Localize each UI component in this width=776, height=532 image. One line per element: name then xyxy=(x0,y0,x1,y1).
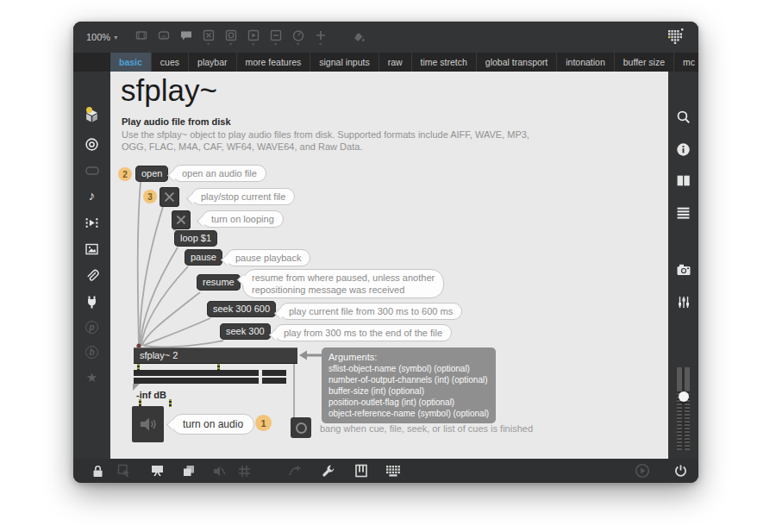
snapshot-camera-icon[interactable] xyxy=(668,263,698,277)
speaker-icon xyxy=(138,415,159,434)
b-badge-icon[interactable]: b xyxy=(73,346,110,359)
bang-circle-icon xyxy=(296,422,307,434)
comment-icon[interactable] xyxy=(178,27,193,47)
zoom-level-value: 100% xyxy=(86,32,110,42)
image-icon[interactable] xyxy=(73,242,110,256)
dial-icon[interactable]: ▾ xyxy=(291,27,305,47)
max-help-window: 100% ▾ m ▾ ▾ xyxy=(73,22,698,483)
arguments-panel: Arguments: sflist-object-name (symbol) (… xyxy=(322,347,496,423)
piano-keys-icon[interactable] xyxy=(354,464,369,478)
pause-message-box[interactable]: pause xyxy=(185,249,222,266)
open-comment-bubble: open an audio file xyxy=(172,165,266,182)
svg-text:m: m xyxy=(161,33,166,38)
layers-icon[interactable] xyxy=(181,464,197,478)
left-sidebar: ♪ p b ★ xyxy=(73,72,110,459)
number-box-icon[interactable]: ▾ xyxy=(268,27,283,47)
paint-bucket-icon[interactable] xyxy=(351,27,366,47)
wrench-icon[interactable] xyxy=(321,464,336,478)
tab-time-stretch[interactable]: time stretch xyxy=(412,53,477,72)
volume-knob[interactable] xyxy=(679,391,689,402)
button-outline-icon[interactable] xyxy=(73,164,110,178)
tab-basic[interactable]: basic xyxy=(110,53,152,72)
signal-cord xyxy=(169,399,172,407)
seek-message-box[interactable]: seek 300 xyxy=(220,323,271,340)
audio-mute-icon[interactable] xyxy=(211,465,227,478)
step-badge-1: 1 xyxy=(255,415,272,431)
reference-columns-icon[interactable] xyxy=(668,174,698,187)
add-object-icon[interactable]: ▾ xyxy=(313,27,328,47)
seek-range-message-box[interactable]: seek 300 600 xyxy=(207,301,276,317)
paperclip-icon[interactable] xyxy=(73,269,110,284)
audio-note-icon[interactable]: ♪ xyxy=(73,189,110,203)
notification-dot xyxy=(86,107,92,113)
audio-comment-bubble: turn on audio xyxy=(172,414,254,435)
seek-range-comment-bubble: play current file from 300 ms to 600 ms xyxy=(279,303,462,320)
info-icon[interactable] xyxy=(668,142,698,157)
play-comment-bubble: play/stop current file xyxy=(191,188,295,205)
search-icon[interactable] xyxy=(668,110,698,124)
grid-icon[interactable] xyxy=(236,465,252,478)
help-tab-bar: basic cues playbar more features signal … xyxy=(73,53,698,72)
play-toggle[interactable] xyxy=(160,187,179,207)
chevron-down-icon: ▾ xyxy=(114,34,117,41)
list-icon[interactable] xyxy=(668,206,698,219)
patchcord-add-icon[interactable] xyxy=(286,464,302,478)
target-icon[interactable] xyxy=(73,137,110,152)
mixer-filters-icon[interactable] xyxy=(668,295,698,310)
loop-message-box[interactable]: loop $1 xyxy=(174,230,217,247)
tab-playbar[interactable]: playbar xyxy=(189,53,236,72)
gain-slider-left[interactable] xyxy=(134,370,286,376)
resume-message-box[interactable]: resume xyxy=(197,274,241,291)
tab-raw[interactable]: raw xyxy=(379,53,412,72)
patcher-canvas[interactable]: sfplay~ Play audio file from disk Use th… xyxy=(110,72,668,459)
gain-slider-right[interactable] xyxy=(134,378,286,384)
tab-global-transport[interactable]: global transport xyxy=(477,53,557,72)
top-toolbar: 100% ▾ m ▾ ▾ xyxy=(73,22,698,53)
keyboard-grid-icon[interactable] xyxy=(385,465,401,477)
power-icon[interactable] xyxy=(673,464,688,478)
playbar-icon[interactable]: ▾ xyxy=(246,27,260,47)
presentation-icon[interactable] xyxy=(149,464,165,478)
volume-track-top xyxy=(677,367,690,390)
zoom-level-dropdown[interactable]: 100% ▾ xyxy=(86,32,117,42)
run-play-icon[interactable] xyxy=(635,463,650,479)
seek-comment-bubble: play from 300 ms to the end of the file xyxy=(274,324,452,341)
loop-toggle[interactable] xyxy=(172,210,191,229)
message-box-icon[interactable]: m xyxy=(156,27,171,47)
loop-comment-bubble: turn on looping xyxy=(202,210,284,228)
tab-intonation[interactable]: intonation xyxy=(557,53,615,72)
package-icon[interactable] xyxy=(73,109,110,127)
bang-button[interactable] xyxy=(291,417,311,438)
object-box-icon[interactable] xyxy=(134,27,148,47)
timeline-icon[interactable] xyxy=(73,216,110,230)
sfplay-object-box[interactable]: sfplay~ 2 xyxy=(134,347,297,364)
tab-signal-inputs[interactable]: signal inputs xyxy=(310,53,379,72)
ezdac-speaker-button[interactable] xyxy=(132,406,164,442)
right-sidebar xyxy=(668,72,698,459)
tab-buffer-size[interactable]: buffer size xyxy=(615,53,674,72)
button-icon[interactable]: ▾ xyxy=(223,27,238,47)
lock-icon[interactable] xyxy=(90,465,105,478)
object-palette-grid-icon[interactable] xyxy=(666,28,686,50)
help-volume-slider[interactable] xyxy=(676,367,691,450)
plug-icon[interactable] xyxy=(73,295,110,310)
bottom-toolbar xyxy=(73,459,698,483)
pause-comment-bubble: pause playback xyxy=(226,249,310,266)
step-badge-3: 3 xyxy=(143,190,157,203)
open-message-box[interactable]: open xyxy=(135,166,168,182)
toggle-icon[interactable]: ▾ xyxy=(201,27,216,47)
tab-cues[interactable]: cues xyxy=(152,53,189,72)
selection-icon[interactable] xyxy=(116,464,132,478)
arrow-left-icon xyxy=(299,349,322,361)
tab-mc[interactable]: mc xyxy=(674,53,698,72)
p-badge-icon[interactable]: p xyxy=(73,321,110,334)
resume-comment-bubble: resume from where paused, unless another… xyxy=(242,269,444,298)
star-icon[interactable]: ★ xyxy=(73,371,110,385)
tab-more-features[interactable]: more features xyxy=(237,53,311,72)
step-badge-2: 2 xyxy=(118,167,132,181)
level-number-box[interactable]: -inf dB xyxy=(136,390,166,400)
